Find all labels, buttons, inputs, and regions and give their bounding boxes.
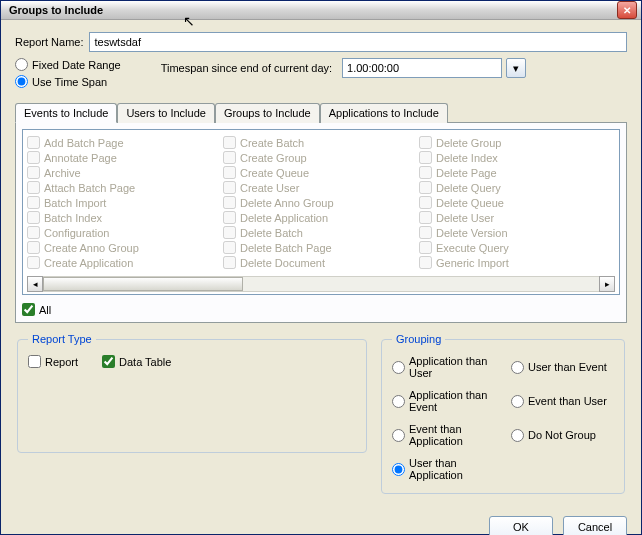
report-name-input[interactable] — [89, 32, 627, 52]
event-checkbox[interactable]: Delete Query — [419, 181, 615, 194]
date-mode-radios: Fixed Date Range Use Time Span — [15, 58, 121, 88]
grouping-user-event[interactable]: User than Event — [511, 355, 614, 379]
event-checkbox[interactable]: Configuration — [27, 226, 223, 239]
event-checkbox[interactable]: Create Application — [27, 256, 223, 269]
grouping-event-app[interactable]: Event than Application — [392, 423, 495, 447]
event-checkbox[interactable]: Create Group — [223, 151, 419, 164]
close-button[interactable]: ✕ — [617, 1, 637, 19]
report-type-legend: Report Type — [28, 333, 96, 345]
report-checkbox-label: Report — [45, 356, 78, 368]
event-checkbox[interactable]: Batch Index — [27, 211, 223, 224]
event-checkbox[interactable]: Batch Import — [27, 196, 223, 209]
event-checkbox[interactable]: Create Queue — [223, 166, 419, 179]
use-time-span-radio[interactable]: Use Time Span — [15, 75, 121, 88]
events-columns: Add Batch PageAnnotate PageArchiveAttach… — [27, 136, 615, 272]
event-label: Attach Batch Page — [44, 182, 135, 194]
tab-applications[interactable]: Applications to Include — [320, 103, 448, 123]
event-checkbox[interactable]: Execute Query — [419, 241, 615, 254]
event-label: Annotate Page — [44, 152, 117, 164]
event-checkbox[interactable]: Attach Batch Page — [27, 181, 223, 194]
grouping-user-app-label: User than Application — [409, 457, 495, 481]
event-label: Create Queue — [240, 167, 309, 179]
event-label: Add Batch Page — [44, 137, 124, 149]
events-column: Add Batch PageAnnotate PageArchiveAttach… — [27, 136, 223, 272]
event-label: Create Group — [240, 152, 307, 164]
event-checkbox[interactable]: Delete Version — [419, 226, 615, 239]
timespan-row: Timespan since end of current day: ▾ — [161, 58, 526, 78]
event-checkbox[interactable]: Add Batch Page — [27, 136, 223, 149]
all-label: All — [39, 304, 51, 316]
scroll-track[interactable] — [43, 276, 599, 292]
use-time-span-label: Use Time Span — [32, 76, 107, 88]
event-label: Batch Import — [44, 197, 106, 209]
grouping-app-user-label: Application than User — [409, 355, 495, 379]
event-label: Create Application — [44, 257, 133, 269]
scroll-right-button[interactable]: ▸ — [599, 276, 615, 292]
event-checkbox[interactable]: Generic Import — [419, 256, 615, 269]
report-type-fieldset: Report Type Report Data Table — [17, 333, 367, 453]
event-checkbox[interactable]: Delete Application — [223, 211, 419, 224]
event-label: Delete Batch — [240, 227, 303, 239]
content-area: Report Name: Fixed Date Range Use Time S… — [1, 20, 641, 506]
event-label: Delete Group — [436, 137, 501, 149]
event-checkbox[interactable]: Delete Queue — [419, 196, 615, 209]
event-checkbox[interactable]: Create Batch — [223, 136, 419, 149]
events-column: Create BatchCreate GroupCreate QueueCrea… — [223, 136, 419, 272]
event-label: Configuration — [44, 227, 109, 239]
event-checkbox[interactable]: Create Anno Group — [27, 241, 223, 254]
event-checkbox[interactable]: Delete Group — [419, 136, 615, 149]
date-mode-row: Fixed Date Range Use Time Span Timespan … — [15, 58, 627, 88]
event-checkbox[interactable]: Delete User — [419, 211, 615, 224]
all-row: All — [22, 303, 620, 316]
event-label: Create Anno Group — [44, 242, 139, 254]
ok-button[interactable]: OK — [489, 516, 553, 535]
scroll-thumb[interactable] — [43, 277, 243, 291]
grouping-fieldset: Grouping Application than User User than… — [381, 333, 625, 494]
report-checkbox[interactable]: Report — [28, 355, 78, 368]
timespan-input[interactable] — [342, 58, 502, 78]
event-checkbox[interactable]: Archive — [27, 166, 223, 179]
fieldset-row: Report Type Report Data Table Grouping A… — [15, 333, 627, 494]
cancel-button[interactable]: Cancel — [563, 516, 627, 535]
grouping-app-event[interactable]: Application than Event — [392, 389, 495, 413]
event-label: Generic Import — [436, 257, 509, 269]
event-label: Delete Page — [436, 167, 497, 179]
event-checkbox[interactable]: Annotate Page — [27, 151, 223, 164]
timespan-dropdown-button[interactable]: ▾ — [506, 58, 526, 78]
tabs: Events to Include Users to Include Group… — [15, 102, 627, 122]
events-column: Delete GroupDelete IndexDelete PageDelet… — [419, 136, 615, 272]
event-checkbox[interactable]: Delete Anno Group — [223, 196, 419, 209]
all-checkbox[interactable]: All — [22, 303, 620, 316]
event-label: Delete Batch Page — [240, 242, 332, 254]
grouping-event-user-label: Event than User — [528, 395, 607, 407]
events-listbox: Add Batch PageAnnotate PageArchiveAttach… — [22, 129, 620, 295]
event-checkbox[interactable]: Delete Page — [419, 166, 615, 179]
event-checkbox[interactable]: Create User — [223, 181, 419, 194]
tab-events[interactable]: Events to Include — [15, 103, 117, 123]
fixed-date-range-label: Fixed Date Range — [32, 59, 121, 71]
grouping-event-user[interactable]: Event than User — [511, 389, 614, 413]
event-checkbox[interactable]: Delete Batch — [223, 226, 419, 239]
tab-panel: Add Batch PageAnnotate PageArchiveAttach… — [15, 122, 627, 323]
data-table-checkbox[interactable]: Data Table — [102, 355, 171, 368]
tab-users[interactable]: Users to Include — [117, 103, 214, 123]
grouping-user-event-label: User than Event — [528, 361, 607, 373]
tab-groups[interactable]: Groups to Include — [215, 103, 320, 123]
grouping-no-group-label: Do Not Group — [528, 429, 596, 441]
event-label: Create User — [240, 182, 299, 194]
event-checkbox[interactable]: Delete Index — [419, 151, 615, 164]
grouping-no-group[interactable]: Do Not Group — [511, 423, 614, 447]
grouping-app-user[interactable]: Application than User — [392, 355, 495, 379]
fixed-date-range-radio[interactable]: Fixed Date Range — [15, 58, 121, 71]
horizontal-scrollbar[interactable]: ◂ ▸ — [27, 276, 615, 292]
grouping-user-app[interactable]: User than Application — [392, 457, 495, 481]
event-label: Batch Index — [44, 212, 102, 224]
scroll-left-button[interactable]: ◂ — [27, 276, 43, 292]
event-label: Delete Queue — [436, 197, 504, 209]
event-checkbox[interactable]: Delete Batch Page — [223, 241, 419, 254]
event-label: Delete Anno Group — [240, 197, 334, 209]
grouping-app-event-label: Application than Event — [409, 389, 495, 413]
event-checkbox[interactable]: Delete Document — [223, 256, 419, 269]
chevron-down-icon: ▾ — [513, 62, 519, 75]
event-label: Delete User — [436, 212, 494, 224]
